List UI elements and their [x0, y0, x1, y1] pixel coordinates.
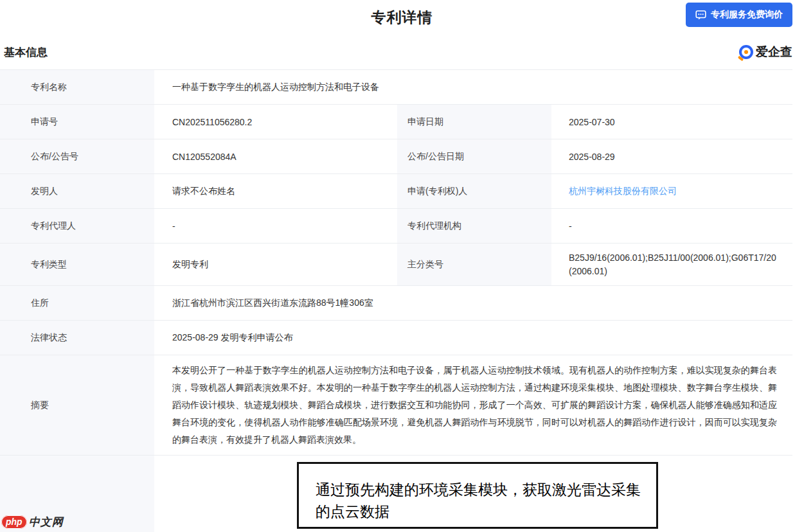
section-bar: 基本信息 爱企查: [0, 32, 804, 69]
table-row-address: 住所 浙江省杭州市滨江区西兴街道东流路88号1幢306室: [0, 286, 792, 321]
php-badge: php: [1, 515, 27, 529]
figure-area: 通过预先构建的环境采集模块，获取激光雷达采集的点云数据: [154, 456, 792, 532]
row-label: 专利代理机构: [397, 209, 551, 243]
row-label: 住所: [0, 286, 154, 320]
page-title: 专利详情: [0, 0, 804, 28]
aiqicha-brand[interactable]: 爱企查: [739, 44, 792, 60]
row-label: 申请号: [0, 105, 154, 139]
agency-value: -: [551, 209, 792, 243]
row-label: 发明人: [0, 174, 154, 208]
row-label: 法律状态: [0, 321, 154, 355]
row-label: 公布/公告日期: [397, 139, 551, 173]
row-label: 摘要: [0, 355, 154, 455]
publication-date-value: 2025-08-29: [551, 139, 792, 173]
quote-button-label: 专利服务免费询价: [711, 9, 783, 21]
table-row-figure: 通过预先构建的环境采集模块，获取激光雷达采集的点云数据: [0, 456, 792, 532]
patent-agent-value: -: [154, 209, 397, 243]
table-row-patent-name: 专利名称 一种基于数字孪生的机器人运动控制方法和电子设备: [0, 70, 792, 105]
applicant-company-link[interactable]: 杭州宇树科技股份有限公司: [569, 186, 677, 197]
php-cn-watermark-logo: php 中文网: [1, 515, 64, 529]
table-row-agent: 专利代理人 - 专利代理机构 -: [0, 209, 792, 244]
application-number-value: CN202511056280.2: [154, 105, 397, 139]
patent-name-value: 一种基于数字孪生的机器人运动控制方法和电子设备: [154, 70, 792, 104]
abstract-value: 本发明公开了一种基于数字孪生的机器人运动控制方法和电子设备，属于机器人运动控制技…: [154, 355, 792, 455]
publication-number-value: CN120552084A: [154, 139, 397, 173]
main-classification-value: B25J9/16(2006.01);B25J11/00(2006.01);G06…: [569, 246, 780, 283]
table-row-publication: 公布/公告号 CN120552084A 公布/公告日期 2025-08-29: [0, 139, 792, 174]
php-suffix-label: 中文网: [29, 515, 64, 529]
row-label: 专利类型: [0, 244, 154, 285]
aiqicha-brand-label: 爱企查: [756, 44, 792, 60]
chat-bubble-icon: [695, 10, 706, 21]
address-value: 浙江省杭州市滨江区西兴街道东流路88号1幢306室: [154, 286, 792, 320]
row-label: 公布/公告号: [0, 139, 154, 173]
row-label: 专利代理人: [0, 209, 154, 243]
table-row-type: 专利类型 发明专利 主分类号 B25J9/16(2006.01);B25J11/…: [0, 244, 792, 286]
row-label: 申请日期: [397, 105, 551, 139]
inventor-value: 请求不公布姓名: [154, 174, 397, 208]
page-header: 专利详情 专利服务免费询价: [0, 0, 804, 32]
row-label: 专利名称: [0, 70, 154, 104]
table-row-application: 申请号 CN202511056280.2 申请日期 2025-07-30: [0, 105, 792, 139]
row-label: 主分类号: [397, 244, 551, 285]
row-label: 申请(专利权)人: [397, 174, 551, 208]
application-date-value: 2025-07-30: [551, 105, 792, 139]
aiqicha-magnifier-icon: [739, 45, 753, 59]
table-row-abstract: 摘要 本发明公开了一种基于数字孪生的机器人运动控制方法和电子设备，属于机器人运动…: [0, 355, 792, 456]
patent-info-table: 专利名称 一种基于数字孪生的机器人运动控制方法和电子设备 申请号 CN20251…: [0, 69, 792, 532]
table-row-legal-status: 法律状态 2025-08-29 发明专利申请公布: [0, 321, 792, 355]
legal-status-value: 2025-08-29 发明专利申请公布: [154, 321, 792, 355]
patent-service-quote-button[interactable]: 专利服务免费询价: [686, 3, 792, 27]
table-row-inventor: 发明人 请求不公布姓名 申请(专利权)人 杭州宇树科技股份有限公司: [0, 174, 792, 209]
flowchart-step-box: 通过预先构建的环境采集模块，获取激光雷达采集的点云数据: [297, 462, 658, 529]
patent-type-value: 发明专利: [154, 244, 397, 285]
section-title: 基本信息: [4, 45, 48, 60]
